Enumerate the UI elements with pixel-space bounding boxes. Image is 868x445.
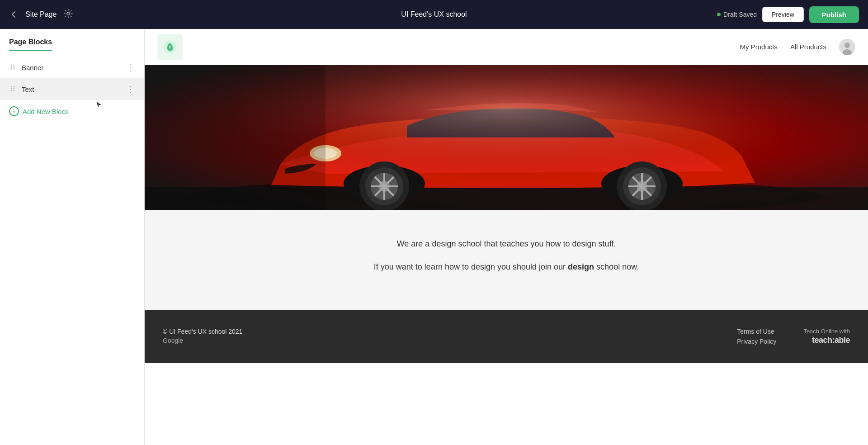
footer-links: Terms of Use Privacy Policy	[737, 328, 776, 345]
footer-left: © UI Feed's UX school 2021 Google	[163, 328, 242, 345]
block-item-text[interactable]: Text ⋮	[0, 78, 144, 100]
svg-point-9	[11, 88, 12, 89]
svg-point-4	[14, 66, 15, 67]
svg-point-3	[11, 66, 12, 67]
all-products-link[interactable]: All Products	[790, 43, 826, 51]
drag-handle-banner[interactable]	[9, 63, 16, 72]
blocks-list: Banner ⋮ Text ⋮ + Add New Block	[0, 51, 144, 445]
svg-point-16	[844, 43, 850, 48]
site-banner	[145, 65, 868, 210]
svg-rect-42	[145, 65, 326, 210]
add-block-label: Add New Block	[23, 108, 69, 115]
draft-status: Draft Saved	[717, 11, 757, 18]
terms-link[interactable]: Terms of Use	[737, 328, 776, 335]
svg-point-11	[11, 90, 12, 91]
svg-point-12	[14, 90, 15, 91]
sidebar-header: Page Blocks	[0, 29, 144, 51]
privacy-link[interactable]: Privacy Policy	[737, 338, 776, 345]
svg-point-8	[14, 86, 15, 87]
draft-dot	[717, 13, 721, 16]
footer-google[interactable]: Google	[163, 337, 242, 344]
teachable-brand: teach:able	[812, 336, 850, 345]
teach-with-label: Teach Online with	[803, 328, 850, 335]
banner-label: Banner	[22, 64, 126, 71]
svg-point-14	[169, 46, 171, 48]
page-title: Site Page	[25, 10, 57, 19]
banner-more-button[interactable]: ⋮	[126, 63, 135, 72]
banner-image	[145, 65, 868, 210]
page-blocks-title: Page Blocks	[9, 38, 52, 51]
preview-area: My Products All Products	[145, 29, 868, 445]
text-block: We are a design school that teaches you …	[145, 210, 868, 310]
plus-icon: +	[9, 106, 19, 116]
site-footer: © UI Feed's UX school 2021 Google Terms …	[145, 310, 868, 363]
drag-handle-text[interactable]	[9, 85, 16, 94]
add-new-block-row[interactable]: + Add New Block	[0, 100, 144, 123]
preview-button[interactable]: Preview	[762, 7, 804, 22]
svg-point-0	[67, 12, 70, 15]
text-label: Text	[22, 85, 126, 93]
settings-button[interactable]	[64, 9, 73, 20]
svg-point-1	[11, 64, 12, 66]
svg-point-5	[11, 68, 12, 69]
text-line-2: If you want to learn how to design you s…	[163, 260, 850, 274]
footer-brand: Teach Online with teach:able	[803, 328, 850, 345]
svg-point-10	[14, 88, 15, 89]
site-nav-links: My Products All Products	[740, 39, 855, 55]
user-avatar[interactable]	[839, 39, 855, 55]
sidebar: Page Blocks Banner ⋮	[0, 29, 145, 445]
site-logo	[157, 34, 183, 60]
svg-point-2	[14, 64, 15, 66]
text-line2-bold: design	[568, 262, 594, 271]
block-item-banner[interactable]: Banner ⋮	[0, 57, 144, 78]
text-more-button[interactable]: ⋮	[126, 85, 135, 94]
publish-button[interactable]: Publish	[809, 6, 859, 23]
footer-copyright: © UI Feed's UX school 2021	[163, 328, 242, 335]
text-line2-prefix: If you want to learn how to design you s…	[374, 262, 568, 271]
back-button[interactable]	[9, 10, 18, 19]
text-line-1: We are a design school that teaches you …	[163, 237, 850, 251]
site-title: UI Feed's UX school	[401, 10, 467, 19]
svg-point-7	[11, 86, 12, 87]
footer-right: Terms of Use Privacy Policy Teach Online…	[737, 328, 850, 345]
svg-point-6	[14, 68, 15, 69]
site-nav: My Products All Products	[145, 29, 868, 65]
my-products-link[interactable]: My Products	[740, 43, 778, 51]
main-layout: Page Blocks Banner ⋮	[0, 29, 868, 445]
top-bar: Site Page UI Feed's UX school Draft Save…	[0, 0, 868, 29]
text-line2-suffix: school now.	[594, 262, 639, 271]
